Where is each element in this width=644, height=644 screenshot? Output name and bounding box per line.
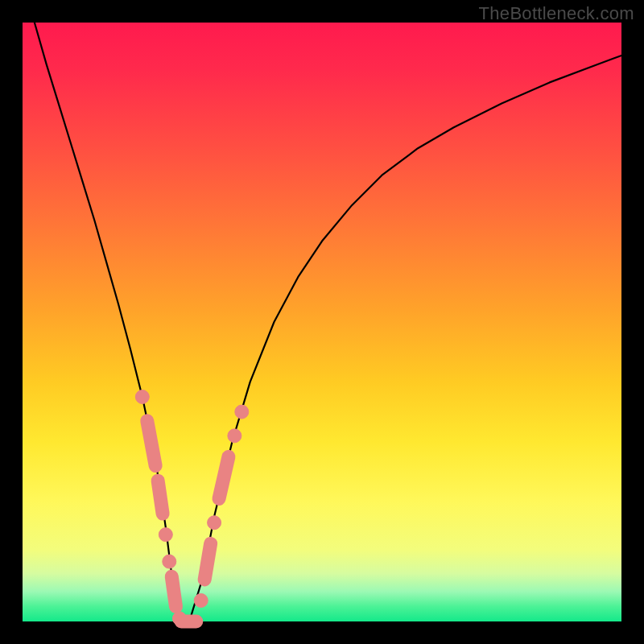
marker-pill — [204, 543, 210, 580]
marker-dot — [135, 390, 149, 404]
marker-dot — [194, 593, 208, 607]
marker-dot — [159, 528, 172, 542]
outer-frame: TheBottleneck.com — [0, 0, 644, 644]
marker-dot — [228, 429, 242, 443]
watermark-text: TheBottleneck.com — [479, 3, 634, 24]
marker-dot — [235, 405, 249, 419]
scatter-markers — [135, 390, 249, 625]
bottleneck-curve — [35, 23, 621, 621]
marker-pill — [171, 576, 175, 606]
chart-svg — [23, 23, 621, 621]
marker-pill — [158, 481, 163, 514]
marker-dot — [208, 516, 221, 530]
marker-pill — [147, 421, 155, 466]
marker-dot — [163, 555, 176, 568]
marker-pill — [219, 456, 229, 498]
